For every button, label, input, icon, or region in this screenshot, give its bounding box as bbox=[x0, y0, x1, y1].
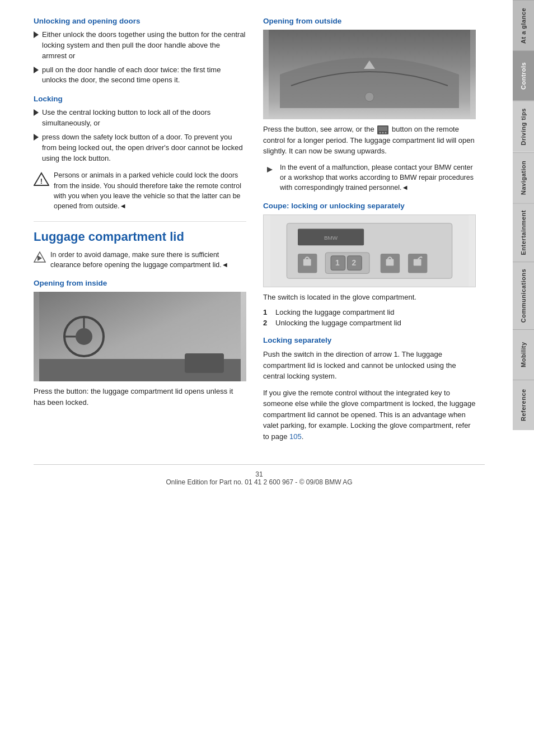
locking-separately-heading: Locking separately bbox=[263, 336, 476, 344]
svg-marker-4 bbox=[38, 255, 42, 261]
malfunction-note-box: In the event of a malfunction, please co… bbox=[263, 162, 476, 193]
tab-reference[interactable]: Reference bbox=[513, 380, 534, 430]
svg-point-15 bbox=[365, 92, 374, 101]
bullet-arrow-2 bbox=[34, 67, 39, 73]
tab-communications[interactable]: Communications bbox=[513, 262, 534, 329]
locking-separately-text2: If you give the remote control without t… bbox=[263, 388, 476, 442]
right-column: Opening from outside bbox=[263, 17, 476, 447]
tab-navigation[interactable]: Navigation bbox=[513, 152, 534, 203]
left-column: Unlocking and opening doors Either unloc… bbox=[34, 17, 246, 447]
warning-box: ! Persons or animals in a parked vehicle… bbox=[34, 170, 246, 211]
bullet-arrow-4 bbox=[34, 134, 39, 141]
page-reference-link[interactable]: 105 bbox=[289, 432, 302, 441]
sidebar-tabs: At a glance Controls Driving tips Naviga… bbox=[513, 0, 534, 756]
switch-diagram-image: BMW 1 2 bbox=[263, 214, 476, 287]
svg-text:BMW: BMW bbox=[324, 235, 338, 241]
warning-back-mark: ◄ bbox=[119, 202, 126, 210]
warning-text: Persons or animals in a parked vehicle c… bbox=[54, 170, 246, 211]
opening-inside-caption: Press the button: the luggage compartmen… bbox=[34, 386, 246, 408]
tab-at-a-glance[interactable]: At a glance bbox=[513, 0, 534, 50]
svg-rect-18 bbox=[378, 127, 387, 131]
tab-mobility[interactable]: Mobility bbox=[513, 329, 534, 380]
svg-point-19 bbox=[380, 132, 381, 133]
num-1-text: Locking the luggage compartment lid bbox=[275, 308, 394, 316]
tab-driving-tips[interactable]: Driving tips bbox=[513, 101, 534, 152]
opening-outside-heading: Opening from outside bbox=[263, 17, 476, 25]
svg-rect-28 bbox=[303, 259, 311, 266]
footer-text: Online Edition for Part no. 01 41 2 600 … bbox=[166, 478, 352, 486]
bullet-arrow-1 bbox=[34, 31, 39, 38]
svg-point-13 bbox=[212, 364, 216, 368]
opening-outside-text: Press the button, see arrow, or the butt… bbox=[263, 124, 476, 157]
tab-controls[interactable]: Controls bbox=[513, 50, 534, 101]
locking-separately-text1: Push the switch in the direction of arro… bbox=[263, 349, 476, 382]
unlocking-bullets: Either unlock the doors together using t… bbox=[34, 30, 246, 86]
svg-rect-11 bbox=[185, 353, 224, 373]
trunk-image bbox=[263, 30, 476, 119]
svg-text:!: ! bbox=[40, 177, 43, 185]
main-content: Unlocking and opening doors Either unloc… bbox=[0, 0, 513, 756]
bullet-arrow-3 bbox=[34, 109, 39, 116]
numbered-item-2: 2 Unlocking the luggage compartment lid bbox=[263, 319, 476, 327]
bullet-text-1: Either unlock the doors together using t… bbox=[42, 30, 246, 62]
numbered-item-1: 1 Locking the luggage compartment lid bbox=[263, 308, 476, 316]
svg-marker-22 bbox=[267, 167, 273, 172]
locking-heading: Locking bbox=[34, 95, 246, 103]
note-triangle-icon bbox=[34, 251, 46, 263]
locking-bullets: Use the central locking button to lock a… bbox=[34, 108, 246, 164]
warning-icon: ! bbox=[34, 171, 49, 187]
note-text: In order to avoid damage, make sure ther… bbox=[50, 250, 246, 270]
bullet-text-3: Use the central locking button to lock a… bbox=[42, 108, 246, 129]
note-box: In order to avoid damage, make sure ther… bbox=[34, 250, 246, 270]
malfunction-note-text: In the event of a malfunction, please co… bbox=[280, 162, 476, 193]
page-footer: 31 Online Edition for Part no. 01 41 2 6… bbox=[34, 464, 485, 486]
page-number: 31 bbox=[255, 470, 263, 478]
numbered-list: 1 Locking the luggage compartment lid 2 … bbox=[263, 308, 476, 327]
svg-rect-35 bbox=[386, 259, 394, 266]
svg-text:2: 2 bbox=[352, 258, 356, 267]
tab-entertainment[interactable]: Entertainment bbox=[513, 203, 534, 262]
bullet-text-4: press down the safety lock button of a d… bbox=[42, 132, 246, 164]
svg-point-20 bbox=[382, 132, 384, 133]
svg-point-21 bbox=[385, 132, 387, 133]
unlocking-heading: Unlocking and opening doors bbox=[34, 17, 246, 25]
luggage-heading: Luggage compartment lid bbox=[34, 221, 246, 244]
num-2-text: Unlocking the luggage compartment lid bbox=[275, 319, 401, 327]
bullet-text-2: pull on the door handle of each door twi… bbox=[42, 65, 246, 86]
opening-inside-heading: Opening from inside bbox=[34, 279, 246, 287]
svg-point-7 bbox=[76, 328, 92, 345]
svg-rect-37 bbox=[414, 259, 421, 266]
num-2-label: 2 bbox=[263, 319, 271, 327]
coupe-heading: Coupe: locking or unlocking separately bbox=[263, 202, 476, 210]
num-1-label: 1 bbox=[263, 308, 271, 316]
remote-icon bbox=[377, 125, 388, 134]
svg-point-12 bbox=[193, 364, 197, 368]
svg-text:1: 1 bbox=[335, 258, 340, 267]
malfunction-note-icon bbox=[263, 164, 275, 176]
interior-image bbox=[34, 292, 246, 381]
switch-caption: The switch is located in the glove compa… bbox=[263, 292, 476, 303]
